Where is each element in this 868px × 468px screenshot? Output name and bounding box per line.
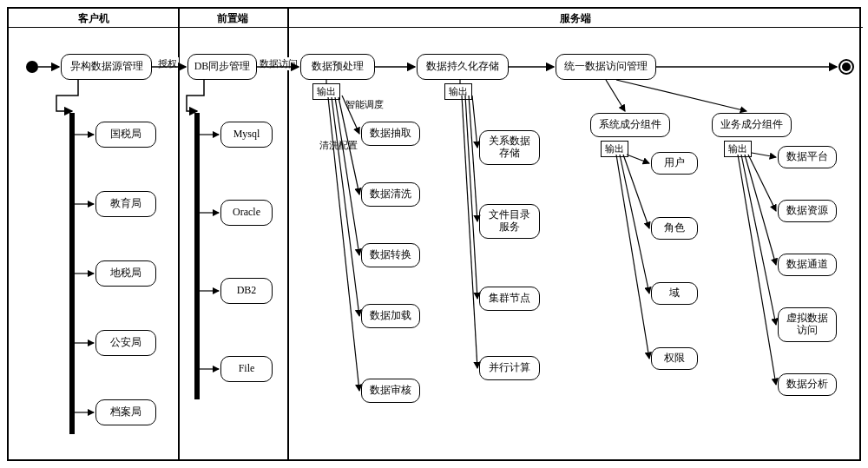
preproc-item-0: 数据抽取 (361, 122, 420, 146)
svg-line-36 (738, 155, 776, 385)
svg-line-30 (620, 155, 649, 293)
preproc-node: 数据预处理 (300, 54, 375, 80)
svg-line-26 (606, 80, 625, 111)
edge-clean-cfg: 清洗配置 (318, 139, 359, 152)
biz-item-1: 数据资源 (778, 200, 837, 222)
edge-authorize: 授权 (156, 57, 179, 70)
sys-item-0: 用户 (651, 152, 698, 175)
diagram-frame: 客户机 前置端 服务端 异构数据源管理 国税局 教育局 地税局 公安局 档案局 … (7, 7, 861, 461)
svg-line-19 (332, 97, 359, 316)
svg-line-29 (623, 155, 649, 228)
preproc-item-1: 数据清洗 (361, 182, 420, 207)
svg-line-23 (469, 96, 477, 221)
edge-smart-sched: 智能调度 (344, 98, 385, 111)
svg-line-24 (465, 96, 477, 299)
biz-item-2: 数据通道 (778, 254, 837, 276)
persist-item-2: 集群节点 (479, 287, 540, 311)
preproc-item-2: 数据转换 (361, 243, 420, 267)
front-mgr-node: DB同步管理 (187, 54, 257, 80)
svg-line-28 (627, 155, 649, 163)
lane-divider-1 (178, 9, 180, 459)
sys-item-3: 权限 (651, 347, 698, 370)
front-item-3: File (220, 356, 273, 382)
biz-out: 输出 (724, 141, 752, 157)
access-node: 统一数据访问管理 (556, 54, 656, 80)
front-item-0: Mysql (220, 122, 273, 148)
svg-line-22 (472, 96, 477, 148)
persist-item-1: 文件目录服务 (479, 204, 540, 239)
biz-item-0: 数据平台 (778, 146, 837, 168)
client-mgr-node: 异构数据源管理 (61, 54, 152, 80)
preproc-item-4: 数据审核 (361, 379, 420, 403)
sys-comp-node: 系统成分组件 (590, 113, 670, 137)
lane-client-header: 客户机 (9, 9, 178, 28)
client-fork-bar (69, 113, 75, 434)
front-item-2: DB2 (220, 278, 273, 304)
persist-item-3: 并行计算 (479, 356, 540, 380)
sys-out: 输出 (601, 141, 628, 157)
end-node (838, 59, 854, 75)
biz-comp-node: 业务成分组件 (712, 113, 792, 137)
sys-item-1: 角色 (651, 217, 698, 240)
persist-item-0: 关系数据存储 (479, 130, 540, 165)
svg-line-18 (335, 97, 359, 255)
svg-line-25 (462, 96, 477, 368)
front-item-1: Oracle (220, 200, 273, 226)
client-item-2: 地税局 (95, 260, 156, 287)
svg-line-27 (616, 80, 746, 111)
lane-divider-2 (287, 9, 289, 459)
preproc-item-3: 数据加载 (361, 304, 420, 328)
client-item-4: 档案局 (95, 399, 156, 425)
biz-item-3: 虚拟数据访问 (778, 307, 837, 342)
lane-server-header: 服务端 (287, 9, 863, 28)
front-fork-bar (194, 113, 200, 399)
persist-out: 输出 (444, 83, 472, 100)
client-item-0: 国税局 (95, 122, 156, 148)
svg-line-33 (748, 155, 776, 211)
svg-line-34 (745, 155, 776, 265)
preproc-out: 输出 (312, 83, 340, 100)
sys-item-2: 域 (651, 282, 698, 305)
start-node (26, 61, 38, 73)
biz-item-4: 数据分析 (778, 373, 837, 396)
client-item-1: 教育局 (95, 191, 156, 217)
persist-node: 数据持久化存储 (417, 54, 509, 80)
client-item-3: 公安局 (95, 330, 156, 356)
svg-line-32 (752, 153, 776, 157)
svg-line-35 (741, 155, 776, 325)
svg-line-31 (616, 155, 649, 359)
edge-data-access: 数据访问 (258, 57, 299, 70)
lane-front-header: 前置端 (178, 9, 287, 28)
